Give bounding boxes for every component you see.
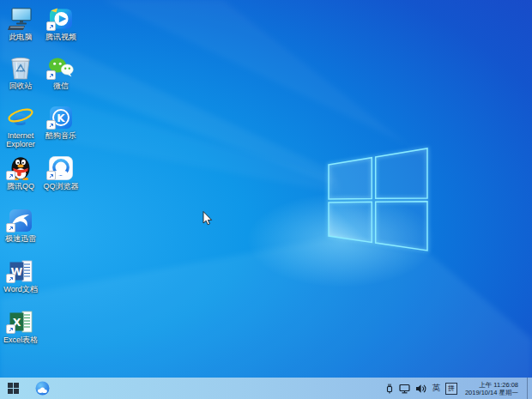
icon-label: 回收站: [9, 82, 33, 90]
desktop-icon-excel-sheet[interactable]: X Excel表格: [1, 308, 40, 344]
desktop-icon-internet-explorer[interactable]: e Internet Explorer: [1, 104, 40, 148]
desktop-icon-tencent-video[interactable]: 腾讯视频: [41, 5, 81, 41]
this-pc-icon: [8, 8, 33, 31]
shortcut-arrow-icon: [46, 120, 56, 130]
shortcut-arrow-icon: [46, 171, 56, 180]
windows-logo-wallpaper: [317, 137, 438, 262]
desktop-icon-thunder[interactable]: 极速迅雷: [1, 207, 40, 243]
desktop-surface: 此电脑 腾讯视频: [0, 0, 532, 399]
taskbar: 英 拼 上午 11:26:08 2019/10/14 星期一: [0, 378, 532, 399]
icon-label: 腾讯视频: [45, 33, 76, 41]
taskbar-clock[interactable]: 上午 11:26:08 2019/10/14 星期一: [465, 381, 518, 396]
shortcut-arrow-icon: [46, 21, 56, 31]
icon-label: Excel表格: [3, 336, 38, 344]
windows-start-icon: [8, 383, 19, 394]
shortcut-arrow-icon: [6, 274, 15, 283]
usb-device-icon[interactable]: [385, 383, 394, 394]
mouse-cursor: [203, 211, 213, 230]
input-language-indicator[interactable]: 英: [432, 383, 440, 394]
desktop-icon-tencent-qq[interactable]: 腾讯QQ: [1, 154, 40, 190]
recycle-bin-icon: [9, 56, 32, 80]
qq-browser-taskbar-icon: [35, 381, 50, 396]
icon-label: 此电脑: [9, 33, 33, 41]
start-button[interactable]: [0, 378, 26, 399]
volume-icon[interactable]: [415, 384, 426, 394]
shortcut-arrow-icon: [6, 223, 15, 233]
icon-label: 极速迅雷: [5, 234, 36, 243]
shortcut-arrow-icon: [46, 70, 56, 80]
desktop-icon-kugou-music[interactable]: K 酷狗音乐: [41, 104, 81, 140]
desktop-icon-word-doc[interactable]: W Word文档: [1, 257, 40, 293]
desktop-icon-qq-browser[interactable]: QQ浏览器: [41, 154, 81, 190]
icon-label: 腾讯QQ: [7, 182, 34, 190]
icon-label: 微信: [53, 82, 69, 90]
icon-label: Internet Explorer: [1, 131, 40, 148]
internet-explorer-icon: e: [8, 106, 33, 130]
desktop-icon-recycle-bin[interactable]: 回收站: [1, 54, 40, 90]
clock-time: 上午 11:26:08: [465, 381, 518, 389]
shortcut-arrow-icon: [6, 324, 15, 334]
ime-pinyin-indicator[interactable]: 拼: [445, 383, 457, 395]
desktop-icon-wechat[interactable]: 微信: [41, 54, 81, 90]
svg-text:K: K: [57, 112, 65, 124]
system-tray: 英 拼 上午 11:26:08 2019/10/14 星期一: [385, 378, 532, 399]
show-desktop-button[interactable]: [527, 378, 532, 399]
icon-label: QQ浏览器: [43, 182, 78, 190]
taskbar-item-qq-browser[interactable]: [31, 378, 53, 399]
network-icon[interactable]: [399, 384, 410, 394]
clock-date: 2019/10/14 星期一: [465, 389, 518, 396]
icon-label: Word文档: [3, 285, 37, 293]
desktop-icon-this-pc[interactable]: 此电脑: [1, 5, 40, 41]
shortcut-arrow-icon: [6, 171, 15, 180]
icon-label: 酷狗音乐: [45, 131, 76, 140]
